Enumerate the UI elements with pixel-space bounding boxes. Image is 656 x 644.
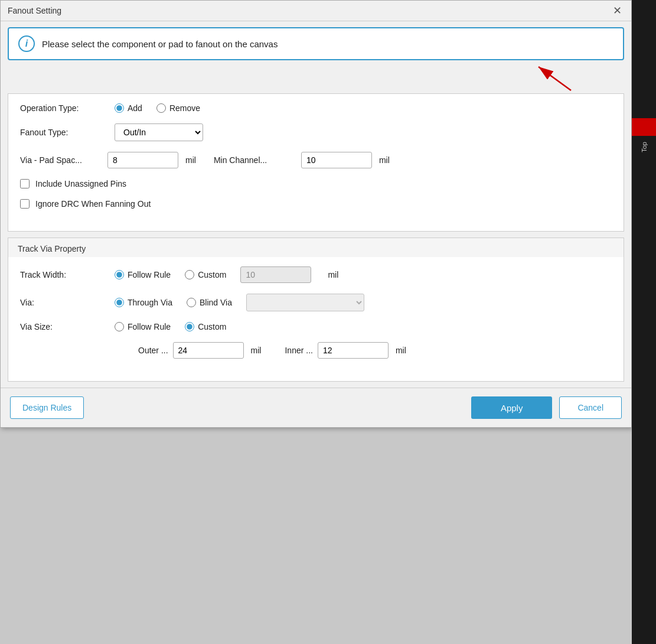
through-via[interactable]: Through Via <box>115 298 172 307</box>
footer-right: Apply Cancel <box>471 396 622 419</box>
arrow-area <box>8 64 624 93</box>
track-width-custom[interactable]: Custom <box>185 270 226 279</box>
main-section: Operation Type: Add Remove Fanout Type: … <box>8 93 624 232</box>
radio-remove[interactable]: Remove <box>156 103 200 113</box>
via-size-follow-rule[interactable]: Follow Rule <box>115 322 171 331</box>
cancel-button[interactable]: Cancel <box>559 396 622 419</box>
via-group: Through Via Blind Via <box>115 294 364 311</box>
via-pad-group: Via - Pad Spac... mil <box>20 152 196 168</box>
right-panel: Top <box>632 0 656 644</box>
outer-label: Outer ... <box>138 346 168 355</box>
right-panel-label: Top <box>641 136 648 158</box>
min-channel-unit: mil <box>379 155 390 165</box>
info-banner: i Please select the component or pad to … <box>8 27 624 60</box>
via-size-group: Follow Rule Custom <box>115 322 226 331</box>
operation-type-row: Operation Type: Add Remove <box>20 103 612 113</box>
red-arrow-svg <box>506 64 577 93</box>
blind-via-select[interactable] <box>246 294 364 311</box>
track-via-header: Track Via Property <box>8 238 624 257</box>
close-button[interactable]: ✕ <box>611 5 624 16</box>
right-panel-red <box>632 118 656 136</box>
fanout-type-select[interactable]: Out/In Out In <box>115 123 203 141</box>
track-width-custom-input[interactable] <box>185 270 194 279</box>
track-via-body: Track Width: Follow Rule Custom mil V <box>8 257 624 381</box>
radio-remove-label: Remove <box>169 103 200 113</box>
via-row: Via: Through Via Blind Via <box>20 294 612 311</box>
via-pad-input[interactable] <box>107 152 178 168</box>
info-text: Please select the component or pad to fa… <box>42 39 278 49</box>
blind-via-label: Blind Via <box>200 298 232 307</box>
ignore-drc-checkbox[interactable] <box>20 199 30 209</box>
outer-inner-row: Outer ... mil Inner ... mil <box>20 342 612 359</box>
via-size-follow-rule-label: Follow Rule <box>128 322 171 331</box>
include-unassigned-row: Include Unassigned Pins <box>20 179 612 188</box>
design-rules-button[interactable]: Design Rules <box>10 396 84 419</box>
track-width-follow-rule[interactable]: Follow Rule <box>115 270 171 279</box>
track-width-label: Track Width: <box>20 270 103 279</box>
track-via-section: Track Via Property Track Width: Follow R… <box>8 238 624 382</box>
through-via-input[interactable] <box>115 298 124 307</box>
through-via-label: Through Via <box>128 298 172 307</box>
radio-add-input[interactable] <box>115 103 124 113</box>
track-width-follow-rule-input[interactable] <box>115 270 124 279</box>
radio-add-label: Add <box>128 103 142 113</box>
ignore-drc-label: Ignore DRC When Fanning Out <box>35 199 151 209</box>
right-panel-top <box>632 0 656 118</box>
track-width-custom-value <box>240 266 311 283</box>
via-label: Via: <box>20 298 103 307</box>
spacing-row: Via - Pad Spac... mil Min Channel... mil <box>20 152 612 168</box>
track-width-unit: mil <box>328 270 338 279</box>
via-size-row: Via Size: Follow Rule Custom <box>20 322 612 331</box>
track-width-custom-label: Custom <box>198 270 226 279</box>
outer-unit: mil <box>251 346 262 355</box>
outer-input[interactable] <box>173 342 244 359</box>
include-unassigned-checkbox[interactable] <box>20 179 30 188</box>
via-pad-label: Via - Pad Spac... <box>20 155 103 165</box>
blind-via[interactable]: Blind Via <box>187 298 232 307</box>
outer-group: Outer ... mil <box>138 342 261 359</box>
footer: Design Rules Apply Cancel <box>1 388 631 427</box>
via-size-custom[interactable]: Custom <box>185 322 226 331</box>
via-size-custom-label: Custom <box>198 322 226 331</box>
track-width-follow-rule-label: Follow Rule <box>128 270 171 279</box>
via-size-custom-input[interactable] <box>185 322 194 331</box>
fanout-type-row: Fanout Type: Out/In Out In <box>20 123 612 141</box>
radio-remove-input[interactable] <box>156 103 166 113</box>
inner-label: Inner ... <box>285 346 312 355</box>
apply-button[interactable]: Apply <box>471 396 553 419</box>
ignore-drc-row: Ignore DRC When Fanning Out <box>20 199 612 209</box>
info-icon: i <box>18 35 35 52</box>
inner-input[interactable] <box>318 342 389 359</box>
via-size-label: Via Size: <box>20 322 103 331</box>
fanout-type-label: Fanout Type: <box>20 128 103 137</box>
via-size-follow-rule-input[interactable] <box>115 322 124 331</box>
dialog-title: Fanout Setting <box>8 6 61 15</box>
radio-add[interactable]: Add <box>115 103 142 113</box>
include-unassigned-label: Include Unassigned Pins <box>35 179 126 188</box>
inner-unit: mil <box>396 346 406 355</box>
track-width-group: Follow Rule Custom mil <box>115 266 338 283</box>
blind-via-input[interactable] <box>187 298 196 307</box>
min-channel-group: Min Channel... mil <box>214 152 390 168</box>
svg-line-1 <box>538 67 571 90</box>
operation-type-label: Operation Type: <box>20 103 103 113</box>
two-col-row: Via - Pad Spac... mil Min Channel... mil <box>20 152 390 168</box>
operation-type-group: Add Remove <box>115 103 200 113</box>
track-width-row: Track Width: Follow Rule Custom mil <box>20 266 612 283</box>
min-channel-input[interactable] <box>301 152 372 168</box>
inner-group: Inner ... mil <box>285 342 406 359</box>
via-pad-unit: mil <box>185 155 196 165</box>
min-channel-label: Min Channel... <box>214 155 296 165</box>
